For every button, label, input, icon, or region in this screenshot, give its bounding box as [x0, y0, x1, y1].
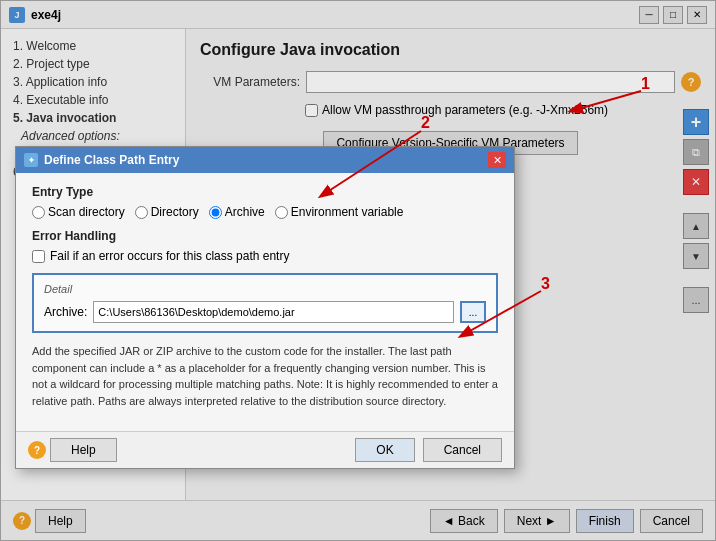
modal-footer-left: ? Help [28, 438, 117, 462]
radio-archive-input[interactable] [209, 206, 222, 219]
error-checkbox-label: Fail if an error occurs for this class p… [50, 249, 289, 263]
radio-env-variable[interactable]: Environment variable [275, 205, 404, 219]
radio-scan-directory[interactable]: Scan directory [32, 205, 125, 219]
modal-footer-right: OK Cancel [355, 438, 502, 462]
modal-cancel-button[interactable]: Cancel [423, 438, 502, 462]
radio-env-input[interactable] [275, 206, 288, 219]
modal-body: Entry Type Scan directory Directory Arch… [16, 173, 514, 431]
modal-title: Define Class Path Entry [44, 153, 179, 167]
error-handling-label: Error Handling [32, 229, 498, 243]
detail-label: Detail [44, 283, 486, 295]
modal-close-button[interactable]: ✕ [488, 152, 506, 168]
radio-directory[interactable]: Directory [135, 205, 199, 219]
detail-section: Detail Archive: ... [32, 273, 498, 333]
radio-directory-input[interactable] [135, 206, 148, 219]
modal-icon: ✦ [24, 153, 38, 167]
modal-overlay: ✦ Define Class Path Entry ✕ Entry Type S… [1, 1, 715, 540]
entry-type-label: Entry Type [32, 185, 498, 199]
main-window: J exe4j ─ □ ✕ 1. Welcome 2. Project type… [0, 0, 716, 541]
modal-help-button[interactable]: Help [50, 438, 117, 462]
error-checkbox[interactable] [32, 250, 45, 263]
radio-directory-label: Directory [151, 205, 199, 219]
archive-row: Archive: ... [44, 301, 486, 323]
modal-footer: ? Help OK Cancel [16, 431, 514, 468]
error-checkbox-line: Fail if an error occurs for this class p… [32, 249, 498, 263]
modal-title-left: ✦ Define Class Path Entry [24, 153, 179, 167]
modal-ok-button[interactable]: OK [355, 438, 414, 462]
archive-label: Archive: [44, 305, 87, 319]
radio-scan-directory-input[interactable] [32, 206, 45, 219]
radio-archive[interactable]: Archive [209, 205, 265, 219]
modal-title-bar: ✦ Define Class Path Entry ✕ [16, 147, 514, 173]
radio-env-label: Environment variable [291, 205, 404, 219]
error-handling-section: Error Handling Fail if an error occurs f… [32, 229, 498, 263]
radio-scan-directory-label: Scan directory [48, 205, 125, 219]
description-text: Add the specified JAR or ZIP archive to … [32, 343, 498, 409]
archive-input[interactable] [93, 301, 454, 323]
browse-button[interactable]: ... [460, 301, 486, 323]
modal-help-icon[interactable]: ? [28, 441, 46, 459]
radio-archive-label: Archive [225, 205, 265, 219]
entry-type-radio-group: Scan directory Directory Archive Environ… [32, 205, 498, 219]
modal-dialog: ✦ Define Class Path Entry ✕ Entry Type S… [15, 146, 515, 469]
